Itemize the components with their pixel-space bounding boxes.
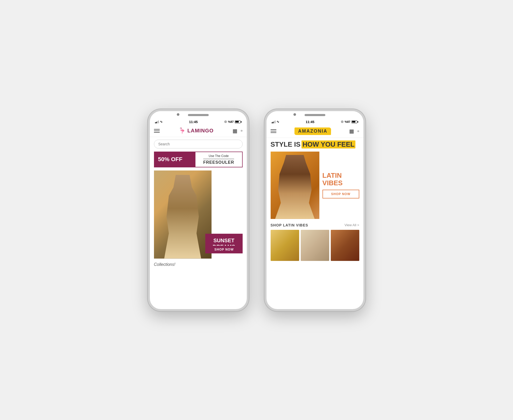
signal-bars xyxy=(272,120,276,123)
campaign-title-line1: LATIN xyxy=(322,172,342,179)
product-thumb-3[interactable] xyxy=(331,230,359,261)
lamingo-header: 🦩 LAMINGO ▦ ▫ xyxy=(150,125,247,137)
campaign-title-line2: VIBES xyxy=(322,179,343,187)
status-left: ∿ xyxy=(272,120,279,124)
speaker xyxy=(305,114,325,116)
headline-part2: HOW YOU FEEL xyxy=(301,140,355,148)
promo-code-section: Use The Code FREESOULER xyxy=(195,152,243,167)
phone-top-bar xyxy=(150,111,247,119)
side-button xyxy=(364,142,366,151)
signal-bar-1 xyxy=(155,122,156,123)
headline-part1: STYLE IS xyxy=(271,140,301,148)
chat-icon[interactable]: ▦ xyxy=(349,128,354,134)
product-grid xyxy=(271,230,359,261)
latin-person-silhouette xyxy=(273,155,317,219)
volume-buttons xyxy=(264,137,265,151)
wifi-icon: ∿ xyxy=(160,120,163,124)
flamingo-icon: 🦩 xyxy=(179,127,186,134)
volume-down-button xyxy=(264,145,265,151)
shop-latin-row: SHOP LATIN VIBES View All > xyxy=(271,223,359,227)
header-icons: ▦ ▫ xyxy=(233,128,242,134)
thumb-person-1 xyxy=(271,230,299,261)
search-input[interactable] xyxy=(154,140,243,148)
latin-vibes-section: LATIN VIBES SHOP NOW xyxy=(271,152,359,219)
amazonia-logo: AMAZONIA xyxy=(294,127,331,135)
promo-code: FREESOULER xyxy=(203,159,234,165)
signal-bar-3 xyxy=(157,121,158,123)
chat-icon[interactable]: ▦ xyxy=(233,128,237,134)
product-thumb-2[interactable] xyxy=(301,230,329,261)
collection-image xyxy=(154,170,212,259)
bag-icon[interactable]: ▫ xyxy=(357,128,359,134)
lamingo-logo: 🦩 LAMINGO xyxy=(179,127,214,134)
location-icon: ☉ xyxy=(224,120,227,124)
side-button xyxy=(248,142,249,151)
status-bar: ∿ 11:45 ☉ %87 xyxy=(150,119,247,125)
lamingo-app: 🦩 LAMINGO ▦ ▫ 50% OFF Use The Code FREES… xyxy=(150,125,247,309)
product-thumb-1[interactable] xyxy=(271,230,299,261)
headline-section: STYLE IS HOW YOU FEEL xyxy=(271,140,359,148)
wifi-icon: ∿ xyxy=(277,120,279,124)
volume-buttons xyxy=(148,137,149,151)
volume-up-button xyxy=(264,137,265,143)
signal-bar-1 xyxy=(272,122,272,123)
volume-down-button xyxy=(148,145,149,151)
battery-pct: %87 xyxy=(345,120,350,123)
view-all-link[interactable]: View All > xyxy=(345,223,359,227)
lamingo-body: 50% OFF Use The Code FREESOULER SUNSET D… xyxy=(150,137,247,309)
menu-button[interactable] xyxy=(154,129,160,133)
signal-bars xyxy=(155,120,159,123)
latin-vibes-image xyxy=(271,152,319,219)
battery-icon xyxy=(352,120,358,123)
collection-title-line1: SUNSET xyxy=(213,238,234,243)
signal-bar-2 xyxy=(156,122,157,123)
latin-text-column: LATIN VIBES SHOP NOW xyxy=(322,152,359,219)
front-camera xyxy=(177,113,179,116)
status-right: ☉ %87 xyxy=(224,120,241,124)
menu-button[interactable] xyxy=(271,129,276,133)
status-right: ☉ %87 xyxy=(341,120,358,124)
shop-now-button[interactable]: SHOP NOW xyxy=(210,246,238,253)
logo-text: LAMINGO xyxy=(187,128,214,134)
location-icon: ☉ xyxy=(341,120,343,124)
bag-icon[interactable]: ▫ xyxy=(241,128,242,134)
amazonia-app: AMAZONIA ▦ ▫ STYLE IS HOW YOU FEEL xyxy=(266,125,363,309)
latin-vibes-title: LATIN VIBES xyxy=(322,172,359,187)
shop-latin-label: SHOP LATIN VIBES xyxy=(271,223,308,227)
thumb-person-2 xyxy=(301,230,329,261)
header-icons: ▦ ▫ xyxy=(349,128,359,134)
amazonia-body: STYLE IS HOW YOU FEEL LATIN VIBES SHOP N… xyxy=(266,138,363,309)
collection-banner: SUNSET DREAMS SHOP NOW xyxy=(154,170,243,259)
status-time: 11:45 xyxy=(306,120,314,124)
battery-icon xyxy=(235,120,242,123)
amazonia-phone: ∿ 11:45 ☉ %87 AMAZONIA xyxy=(264,109,366,311)
amazonia-header: AMAZONIA ▦ ▫ xyxy=(266,125,363,138)
signal-bar-4 xyxy=(158,120,159,123)
power-button xyxy=(364,142,366,151)
logo-text: AMAZONIA xyxy=(298,129,327,134)
headline-text: STYLE IS HOW YOU FEEL xyxy=(271,140,359,148)
power-button xyxy=(248,142,249,151)
signal-bar-3 xyxy=(274,121,275,123)
shop-now-button[interactable]: SHOP NOW xyxy=(322,190,359,198)
thumb-person-3 xyxy=(331,230,359,261)
volume-up-button xyxy=(148,137,149,143)
status-bar: ∿ 11:45 ☉ %87 xyxy=(266,119,363,125)
person-silhouette xyxy=(160,175,206,259)
amazonia-logo-bg: AMAZONIA xyxy=(294,127,331,135)
phone-top-bar xyxy=(266,111,363,119)
status-time: 11:45 xyxy=(189,120,198,124)
signal-bar-4 xyxy=(275,120,276,123)
speaker xyxy=(188,114,209,116)
collections-label: Collections! xyxy=(154,262,243,267)
status-left: ∿ xyxy=(155,120,163,124)
promo-banner: 50% OFF Use The Code FREESOULER xyxy=(154,152,243,167)
battery-pct: %87 xyxy=(228,120,234,123)
lamingo-phone: ∿ 11:45 ☉ %87 🦩 LAMINGO ▦ xyxy=(148,109,249,311)
signal-bar-2 xyxy=(273,122,273,123)
promo-code-label: Use The Code xyxy=(209,154,229,158)
promo-discount: 50% OFF xyxy=(154,152,195,167)
front-camera xyxy=(293,113,296,116)
